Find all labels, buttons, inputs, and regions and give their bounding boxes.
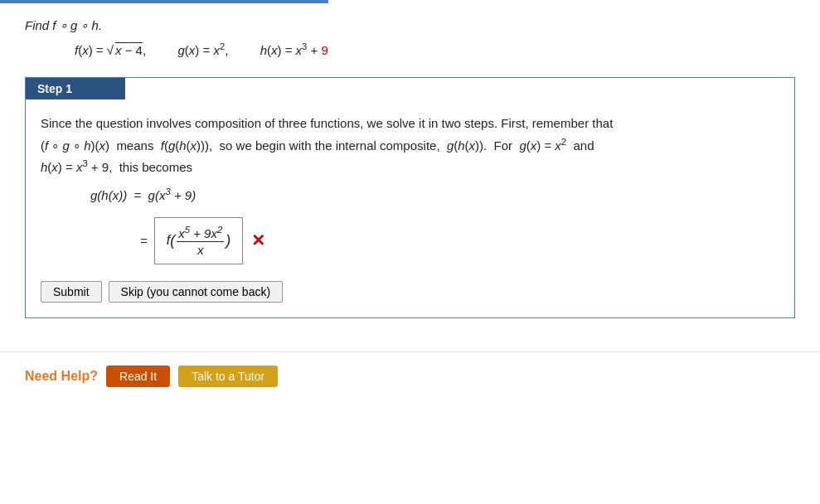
step1-label: Step 1 bbox=[37, 82, 72, 95]
problem-functions: f(x) = √x − 4, g(x) = x2, h(x) = x3 + 9 bbox=[75, 41, 795, 57]
function-f: f(x) = √x − 4, bbox=[75, 43, 146, 57]
function-g: g(x) = x2, bbox=[171, 41, 228, 57]
fraction: x5 + 9x2 x bbox=[177, 225, 224, 257]
answer-box: f( x5 + 9x2 x ) bbox=[154, 217, 243, 264]
wrong-indicator: ✕ bbox=[251, 230, 265, 250]
step1-header: Step 1 bbox=[26, 78, 125, 99]
step1-text: Since the question involves composition … bbox=[41, 113, 779, 178]
function-h: h(x) = x3 + 9 bbox=[253, 41, 328, 57]
need-help-label: Need Help? bbox=[25, 369, 98, 384]
talk-to-tutor-button[interactable]: Talk to a Tutor bbox=[178, 366, 278, 387]
fraction-denominator: x bbox=[196, 242, 206, 257]
problem-instruction: Find f ∘ g ∘ h. bbox=[25, 18, 795, 33]
fraction-numerator: x5 + 9x2 bbox=[177, 225, 224, 242]
action-buttons: Submit Skip (you cannot come back) bbox=[41, 281, 779, 303]
math-line1: g(h(x)) = g(x3 + 9) bbox=[90, 187, 779, 202]
need-help-section: Need Help? Read It Talk to a Tutor bbox=[0, 351, 820, 400]
math-display: = f( x5 + 9x2 x ) ✕ bbox=[140, 217, 779, 264]
step1-body: Since the question involves composition … bbox=[26, 99, 794, 317]
read-it-button[interactable]: Read It bbox=[106, 366, 170, 387]
submit-button[interactable]: Submit bbox=[41, 281, 102, 303]
step1-box: Step 1 Since the question involves compo… bbox=[25, 77, 795, 318]
skip-button[interactable]: Skip (you cannot come back) bbox=[109, 281, 284, 303]
